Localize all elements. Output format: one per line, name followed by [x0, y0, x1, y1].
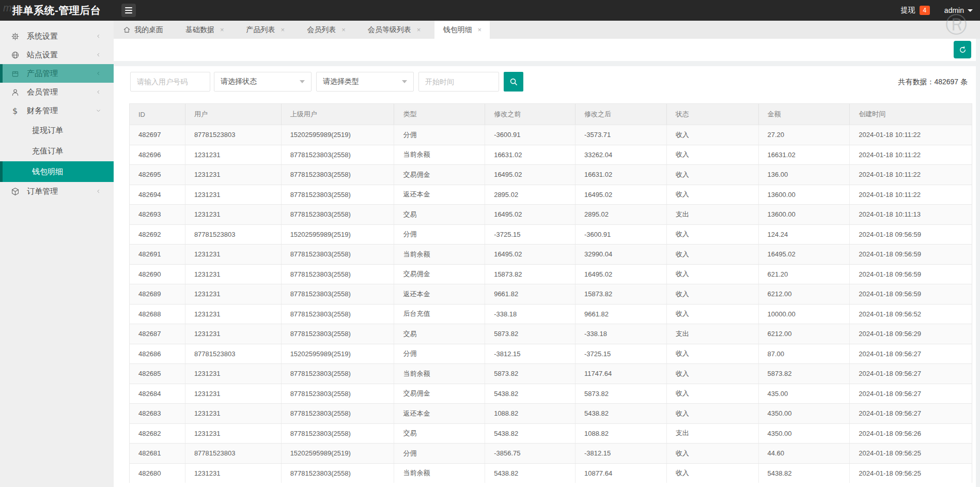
table-cell: 10877.64: [575, 464, 667, 483]
sidebar-item-system-settings[interactable]: 系统设置: [0, 27, 114, 45]
table-row: 4826928778152380315202595989(2519)分佣-372…: [130, 224, 972, 245]
table-cell: 6212.00: [759, 284, 850, 304]
table-cell: 16495.02: [485, 205, 575, 224]
table-cell: 1231231: [185, 284, 282, 304]
table-cell: 1231231: [185, 324, 282, 344]
table-row: 482684123123187781523803(2558)交易佣金5438.8…: [130, 384, 972, 404]
close-icon[interactable]: ×: [417, 26, 421, 33]
tab-wallet-detail[interactable]: 钱包明细×: [434, 21, 490, 39]
table-row: 482687123123187781523803(2558)交易5873.82-…: [130, 324, 972, 344]
toolbar-strip: [114, 39, 976, 61]
sidebar-item-recharge-orders[interactable]: 充值订单: [0, 141, 114, 161]
table-cell: 支出: [667, 424, 759, 444]
user-icon: [10, 87, 20, 97]
sidebar-item-member-manage[interactable]: 会员管理: [0, 83, 114, 101]
table-cell: 返还本金: [394, 284, 485, 304]
table-cell: 5873.82: [485, 324, 575, 344]
table-cell: 5438.82: [485, 424, 575, 444]
table-cell: 16495.02: [575, 185, 667, 205]
chevron-left-icon: [96, 189, 101, 194]
table-cell: 2024-01-18 09:56:27: [850, 404, 972, 423]
table-cell: 交易: [394, 205, 485, 224]
sidebar-item-label: 站点设置: [27, 50, 58, 60]
close-icon[interactable]: ×: [220, 26, 224, 33]
chevron-left-icon: [96, 89, 101, 95]
table-cell: 87781523803(2558): [282, 145, 395, 165]
table-cell: 435.00: [759, 384, 850, 404]
close-icon[interactable]: ×: [281, 26, 285, 33]
table-cell: 87781523803(2558): [282, 424, 395, 444]
table-cell: 分佣: [394, 344, 485, 364]
table-cell: 16631.02: [485, 145, 575, 165]
table-cell: 1231231: [185, 185, 282, 205]
sidebar-item-withdraw-orders[interactable]: 提现订单: [0, 120, 114, 141]
sidebar-item-label: 产品管理: [27, 69, 58, 79]
table-header-row: ID用户上级用户类型修改之前修改之后状态金额创建时间: [130, 104, 972, 125]
sidebar: 系统设置站点设置产品管理会员管理$财务管理提现订单充值订单钱包明细订单管理: [0, 21, 114, 487]
table-cell: 当前余额: [394, 464, 485, 483]
search-button[interactable]: [504, 72, 523, 92]
withdraw-link[interactable]: 提现 4: [901, 6, 930, 15]
table-cell: -338.18: [575, 324, 667, 344]
home-icon: [123, 26, 131, 34]
tab-label: 钱包明细: [443, 25, 472, 35]
table-row: 482693123123187781523803(2558)交易16495.02…: [130, 204, 972, 224]
tab-label: 产品列表: [246, 25, 275, 35]
table-cell: 4350.00: [759, 424, 850, 444]
menu-toggle-button[interactable]: [121, 4, 136, 17]
column-header: 类型: [394, 104, 485, 125]
close-icon[interactable]: ×: [341, 26, 346, 33]
tab-base-data[interactable]: 基础数据×: [177, 21, 232, 39]
table-cell: 87781523803(2558): [282, 464, 395, 483]
table-cell: 621.20: [759, 265, 850, 284]
table-row: 482696123123187781523803(2558)当前余额16631.…: [130, 145, 972, 165]
table-cell: 2024-01-18 10:11:22: [850, 145, 972, 165]
table-cell: 5873.82: [485, 364, 575, 384]
cube-icon: [10, 187, 20, 196]
table-cell: 2024-01-18 09:56:59: [850, 284, 972, 304]
user-number-input[interactable]: [130, 72, 210, 92]
table-cell: 87781523803(2558): [282, 265, 395, 284]
type-select-value: 请选择类型: [323, 77, 359, 86]
sidebar-item-order-manage[interactable]: 订单管理: [0, 182, 114, 201]
table-cell: 分佣: [394, 444, 485, 463]
tab-desktop[interactable]: 我的桌面: [115, 21, 172, 39]
table-cell: 124.24: [759, 225, 850, 245]
table-cell: 10000.00: [759, 305, 850, 324]
column-header: 修改之后: [575, 104, 667, 125]
table-cell: 收入: [667, 404, 759, 423]
table-cell: 482694: [130, 185, 185, 205]
top-header: my 排单系统-管理后台 提现 4 admin: [0, 0, 980, 21]
table-cell: -3725.15: [575, 344, 667, 364]
sidebar-item-site-settings[interactable]: 站点设置: [0, 45, 114, 64]
table-cell: 2024-01-18 10:11:22: [850, 125, 972, 145]
table-cell: -3812.15: [575, 444, 667, 463]
user-menu[interactable]: admin: [944, 6, 973, 14]
tab-member-list[interactable]: 会员列表×: [299, 21, 354, 39]
table-row: 482690123123187781523803(2558)交易佣金15873.…: [130, 264, 972, 284]
table-cell: 9661.82: [575, 305, 667, 324]
tab-member-level-list[interactable]: 会员等级列表×: [360, 21, 429, 39]
sidebar-item-finance-manage[interactable]: $财务管理: [0, 101, 114, 120]
close-icon[interactable]: ×: [477, 26, 481, 33]
tab-product-list[interactable]: 产品列表×: [238, 21, 293, 39]
gear-icon: [10, 32, 20, 41]
table-cell: 5438.82: [485, 464, 575, 483]
table-cell: 27.20: [759, 125, 850, 145]
table-cell: -3725.15: [485, 225, 575, 245]
table-row: 482685123123187781523803(2558)当前余额5873.8…: [130, 363, 972, 384]
type-select[interactable]: 请选择类型: [316, 72, 414, 92]
sidebar-item-product-manage[interactable]: 产品管理: [0, 64, 114, 83]
table-cell: 分佣: [394, 125, 485, 145]
table-cell: 482693: [130, 205, 185, 224]
refresh-button[interactable]: [954, 41, 971, 58]
table-cell: 5438.82: [759, 464, 850, 483]
table-cell: 收入: [667, 464, 759, 483]
column-header: 创建时间: [850, 104, 972, 125]
table-cell: 2024-01-18 09:56:25: [850, 444, 972, 463]
table-cell: 收入: [667, 305, 759, 324]
start-date-input[interactable]: [418, 72, 499, 92]
table-cell: 87781523803: [185, 225, 282, 245]
status-select[interactable]: 请选择状态: [214, 72, 312, 92]
sidebar-item-wallet-detail[interactable]: 钱包明细: [0, 161, 114, 182]
